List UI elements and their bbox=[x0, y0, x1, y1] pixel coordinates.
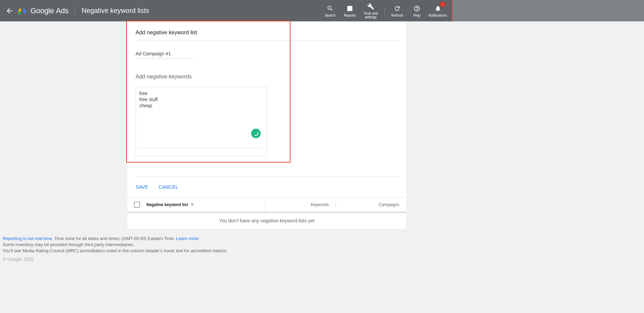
cancel-button[interactable]: CANCEL bbox=[159, 184, 179, 190]
column-name-label: Negative keyword list bbox=[146, 202, 188, 207]
learn-more-link[interactable]: Learn more bbox=[176, 236, 199, 241]
footer: Reporting is not real-time. Time zone fo… bbox=[0, 236, 644, 262]
help-label: Help bbox=[414, 14, 421, 17]
column-header-campaigns[interactable]: Campaigns bbox=[336, 198, 406, 212]
column-keywords-label: Keywords bbox=[311, 202, 329, 207]
reports-button[interactable]: Reports bbox=[340, 0, 360, 21]
help-icon bbox=[414, 4, 420, 13]
keywords-textarea[interactable] bbox=[139, 90, 263, 138]
footer-copyright: © Google, 2022 bbox=[3, 256, 641, 262]
header-actions: Search Reports Tools and settings Refres… bbox=[320, 0, 449, 21]
header-overflow bbox=[452, 0, 644, 21]
column-header-keywords[interactable]: Keywords bbox=[265, 198, 336, 212]
google-ads-logo-icon bbox=[17, 6, 27, 16]
tools-label: Tools and settings bbox=[360, 12, 382, 19]
select-all-checkbox[interactable] bbox=[134, 202, 140, 208]
reporting-realtime-link[interactable]: Reporting is not real-time. bbox=[3, 236, 53, 241]
keywords-box bbox=[136, 87, 267, 156]
brand-part1: Google bbox=[31, 6, 54, 15]
footer-line2: Some inventory may be provided through t… bbox=[3, 242, 641, 248]
main-content: Add negative keyword list Add negative k… bbox=[0, 21, 644, 262]
page-title: Negative keyword lists bbox=[82, 7, 149, 15]
back-button[interactable] bbox=[5, 7, 14, 15]
column-header-name[interactable]: Negative keyword list bbox=[146, 202, 265, 207]
sort-ascending-icon bbox=[190, 203, 194, 207]
reports-icon bbox=[346, 4, 353, 13]
textarea-underline bbox=[139, 148, 263, 148]
footer-line3: You'll see Media Rating Council (MRC) ac… bbox=[3, 248, 641, 254]
search-icon bbox=[327, 4, 334, 13]
notification-badge: ! bbox=[440, 2, 445, 7]
svg-text:!: ! bbox=[442, 3, 443, 6]
list-name-input[interactable] bbox=[136, 49, 193, 59]
loading-spinner-icon bbox=[251, 129, 261, 138]
search-button[interactable]: Search bbox=[320, 0, 340, 21]
form-actions: SAVE CANCEL bbox=[136, 177, 398, 197]
form-panel: Add negative keyword list Add negative k… bbox=[127, 21, 406, 229]
keywords-section-title: Add negative keywords bbox=[136, 74, 398, 80]
lists-table: Negative keyword list Keywords Campaigns… bbox=[127, 197, 406, 229]
table-header-row: Negative keyword list Keywords Campaigns bbox=[127, 198, 406, 213]
tools-button[interactable]: Tools and settings bbox=[360, 0, 382, 21]
footer-line1: Reporting is not real-time. Time zone fo… bbox=[3, 236, 641, 242]
brand-label: Google Ads bbox=[31, 6, 68, 15]
notifications-button[interactable]: Notifications ! bbox=[427, 0, 449, 21]
action-divider bbox=[384, 6, 385, 16]
refresh-label: Refresh bbox=[391, 14, 403, 17]
svg-point-0 bbox=[18, 11, 21, 14]
refresh-icon bbox=[394, 4, 401, 13]
refresh-button[interactable]: Refresh bbox=[387, 0, 407, 21]
app-header: Google Ads Negative keyword lists Search… bbox=[0, 0, 452, 21]
wrench-icon bbox=[367, 2, 374, 11]
save-button[interactable]: SAVE bbox=[136, 184, 148, 190]
footer-timezone-text: Time zone for all dates and times: (GMT-… bbox=[53, 236, 176, 241]
select-all-cell bbox=[127, 202, 146, 208]
form-title: Add negative keyword list bbox=[136, 30, 398, 41]
brand-part2: Ads bbox=[56, 6, 68, 15]
help-button[interactable]: Help bbox=[407, 0, 427, 21]
empty-state-message: You don't have any negative keyword list… bbox=[127, 213, 406, 229]
notifications-label: Notifications bbox=[428, 14, 447, 17]
column-campaigns-label: Campaigns bbox=[379, 202, 399, 207]
reports-label: Reports bbox=[344, 14, 356, 17]
header-divider bbox=[75, 6, 75, 16]
arrow-left-icon bbox=[5, 7, 14, 15]
search-label: Search bbox=[325, 14, 336, 17]
